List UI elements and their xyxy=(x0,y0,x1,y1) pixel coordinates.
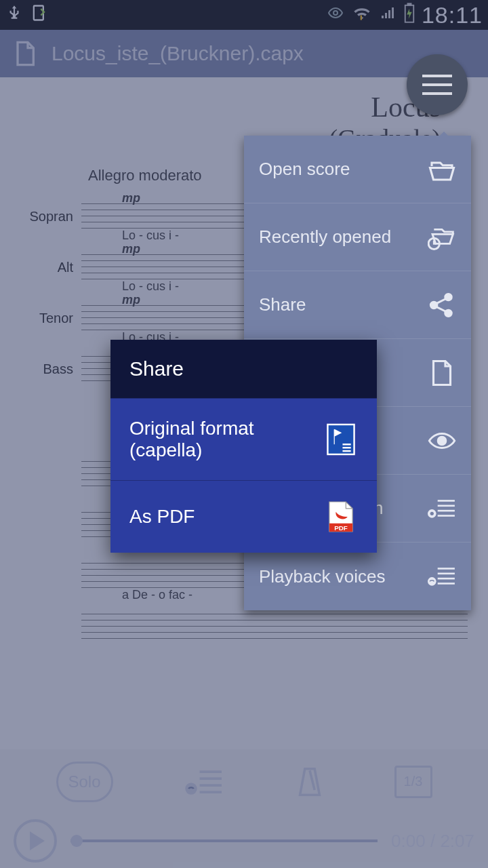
menu-label: Share xyxy=(259,294,428,315)
menu-share[interactable]: Share xyxy=(244,271,471,339)
recent-icon xyxy=(428,223,456,252)
dialog-title: Share xyxy=(110,340,377,398)
svg-line-15 xyxy=(436,307,446,311)
svg-line-14 xyxy=(436,298,446,303)
pdf-icon: PDF xyxy=(324,500,358,534)
option-label: As PDF xyxy=(129,506,324,528)
document-icon xyxy=(428,359,456,387)
share-dialog: Share Original format (capella) As PDF P… xyxy=(110,340,377,553)
menu-open-score[interactable]: Open score xyxy=(244,136,471,203)
share-icon xyxy=(428,291,456,319)
option-label: Original format (capella) xyxy=(129,418,324,461)
menu-label: Open score xyxy=(259,159,428,180)
playback-voices-icon xyxy=(428,562,456,591)
hamburger-icon xyxy=(422,75,452,95)
menu-playback-voices[interactable]: Playback voices xyxy=(244,542,471,610)
open-icon xyxy=(428,155,456,184)
svg-point-27 xyxy=(428,577,436,586)
svg-point-16 xyxy=(438,437,446,445)
share-pdf-option[interactable]: As PDF PDF xyxy=(110,480,377,553)
eye-icon xyxy=(428,427,456,455)
svg-rect-28 xyxy=(327,425,354,454)
voice-extraction-icon xyxy=(428,494,456,523)
svg-point-22 xyxy=(430,511,434,515)
svg-text:PDF: PDF xyxy=(334,524,348,532)
capella-icon xyxy=(324,422,358,456)
menu-label: Recently opened xyxy=(259,226,428,248)
share-original-option[interactable]: Original format (capella) xyxy=(110,398,377,480)
menu-fab[interactable] xyxy=(407,54,468,115)
menu-recently-opened[interactable]: Recently opened xyxy=(244,203,471,271)
menu-label: Playback voices xyxy=(259,566,428,587)
